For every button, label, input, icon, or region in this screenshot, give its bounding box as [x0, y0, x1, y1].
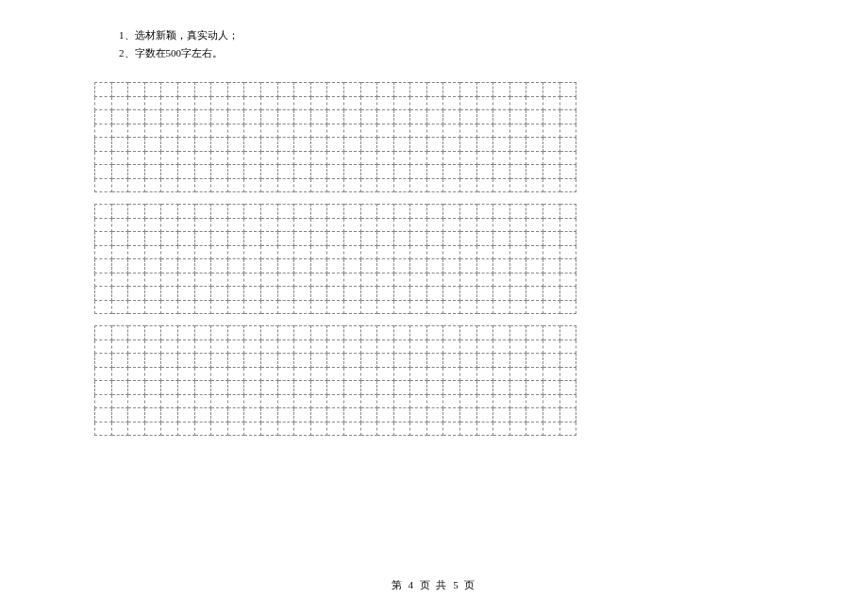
writing-cell: [260, 326, 277, 340]
writing-cell: [244, 408, 261, 422]
writing-cell: [543, 205, 560, 219]
writing-cell: [144, 178, 161, 192]
writing-cell: [227, 110, 244, 124]
writing-cell: [161, 259, 178, 273]
writing-cell: [111, 326, 128, 340]
writing-cell: [327, 110, 344, 124]
writing-cell: [144, 300, 161, 314]
writing-cell: [526, 151, 543, 165]
writing-cell: [95, 259, 112, 273]
writing-cell: [310, 124, 327, 138]
writing-cell: [244, 165, 261, 179]
writing-cell: [111, 151, 128, 165]
writing-cell: [526, 287, 543, 301]
writing-cell: [559, 178, 576, 192]
writing-cell: [393, 205, 410, 219]
writing-cell: [144, 205, 161, 219]
writing-cell: [144, 354, 161, 368]
writing-cell: [360, 259, 377, 273]
writing-cell: [426, 381, 443, 395]
writing-cell: [410, 178, 427, 192]
writing-cell: [426, 422, 443, 436]
writing-cell: [128, 83, 145, 97]
writing-cell: [144, 124, 161, 138]
writing-cell: [227, 205, 244, 219]
writing-cell: [526, 124, 543, 138]
writing-cell: [95, 408, 112, 422]
writing-cell: [177, 381, 194, 395]
writing-cell: [460, 218, 477, 232]
writing-cell: [194, 151, 211, 165]
writing-cell: [493, 367, 510, 381]
writing-cell: [194, 367, 211, 381]
writing-cell: [194, 178, 211, 192]
writing-cell: [509, 354, 526, 368]
writing-cell: [277, 326, 294, 340]
writing-cell: [211, 422, 228, 436]
writing-cell: [111, 138, 128, 152]
writing-cell: [343, 138, 360, 152]
writing-cell: [177, 367, 194, 381]
writing-cell: [377, 300, 394, 314]
writing-cell: [543, 83, 560, 97]
writing-grid-area: [94, 82, 868, 436]
writing-cell: [244, 326, 261, 340]
writing-cell: [509, 381, 526, 395]
writing-cell: [310, 422, 327, 436]
writing-cell: [211, 394, 228, 408]
writing-cell: [128, 273, 145, 287]
page-number: 第 4 页 共 5 页: [392, 579, 477, 590]
writing-cell: [360, 96, 377, 110]
writing-cell: [144, 151, 161, 165]
writing-cell: [460, 205, 477, 219]
writing-cell: [476, 124, 493, 138]
writing-cell: [227, 340, 244, 354]
writing-cell: [244, 287, 261, 301]
writing-cell: [161, 138, 178, 152]
writing-cell: [410, 124, 427, 138]
writing-cell: [244, 300, 261, 314]
writing-cell: [559, 381, 576, 395]
writing-cell: [128, 232, 145, 246]
writing-cell: [543, 300, 560, 314]
writing-cell: [128, 245, 145, 259]
writing-cell: [294, 232, 311, 246]
writing-cell: [377, 273, 394, 287]
writing-cell: [227, 96, 244, 110]
writing-cell: [260, 300, 277, 314]
writing-cell: [410, 287, 427, 301]
writing-cell: [410, 408, 427, 422]
writing-cell: [244, 394, 261, 408]
writing-cell: [410, 340, 427, 354]
writing-cell: [111, 110, 128, 124]
writing-cell: [426, 300, 443, 314]
writing-cell: [393, 138, 410, 152]
writing-cell: [443, 83, 460, 97]
writing-cell: [393, 245, 410, 259]
writing-cell: [244, 96, 261, 110]
writing-cell: [509, 83, 526, 97]
writing-cell: [460, 232, 477, 246]
writing-cell: [410, 381, 427, 395]
writing-cell: [360, 367, 377, 381]
writing-cell: [111, 232, 128, 246]
writing-cell: [128, 138, 145, 152]
writing-cell: [211, 408, 228, 422]
writing-cell: [393, 394, 410, 408]
writing-cell: [128, 300, 145, 314]
writing-cell: [111, 165, 128, 179]
writing-cell: [360, 205, 377, 219]
writing-cell: [393, 381, 410, 395]
writing-cell: [260, 218, 277, 232]
writing-cell: [244, 259, 261, 273]
writing-cell: [476, 83, 493, 97]
writing-cell: [177, 300, 194, 314]
writing-cell: [343, 205, 360, 219]
writing-cell: [426, 151, 443, 165]
writing-cell: [277, 83, 294, 97]
writing-cell: [460, 326, 477, 340]
writing-cell: [194, 205, 211, 219]
writing-cell: [95, 273, 112, 287]
writing-cell: [244, 178, 261, 192]
writing-cell: [111, 259, 128, 273]
